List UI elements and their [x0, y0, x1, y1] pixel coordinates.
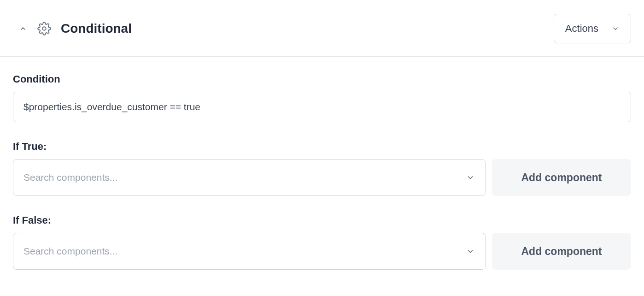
chevron-down-icon — [466, 247, 475, 256]
if-true-label: If True: — [13, 141, 631, 153]
condition-input[interactable] — [13, 92, 631, 122]
if-false-search-input[interactable] — [23, 246, 466, 257]
component-title: Conditional — [61, 21, 132, 36]
chevron-down-icon — [611, 24, 620, 33]
chevron-down-icon — [466, 173, 475, 182]
condition-label: Condition — [13, 73, 631, 85]
actions-label: Actions — [565, 23, 598, 35]
if-false-label: If False: — [13, 214, 631, 226]
svg-point-0 — [42, 27, 46, 30]
if-false-section: If False: Add component — [13, 214, 631, 270]
add-component-label: Add component — [521, 245, 602, 258]
actions-dropdown[interactable]: Actions — [554, 14, 631, 43]
if-true-section: If True: Add component — [13, 141, 631, 196]
if-false-search[interactable] — [13, 233, 486, 270]
chevron-up-icon — [19, 25, 27, 32]
if-true-search-input[interactable] — [23, 172, 466, 183]
add-component-label: Add component — [521, 172, 602, 184]
if-true-add-button[interactable]: Add component — [492, 159, 631, 196]
if-false-add-button[interactable]: Add component — [492, 233, 631, 270]
collapse-toggle[interactable] — [18, 24, 28, 33]
condition-section: Condition — [13, 73, 631, 122]
gear-icon — [37, 21, 52, 36]
component-body: Condition If True: Add component If Fals… — [0, 57, 644, 270]
header-left: Conditional — [18, 21, 132, 36]
if-true-search[interactable] — [13, 159, 486, 196]
component-header: Conditional Actions — [0, 0, 644, 57]
if-false-row: Add component — [13, 233, 631, 270]
if-true-row: Add component — [13, 159, 631, 196]
